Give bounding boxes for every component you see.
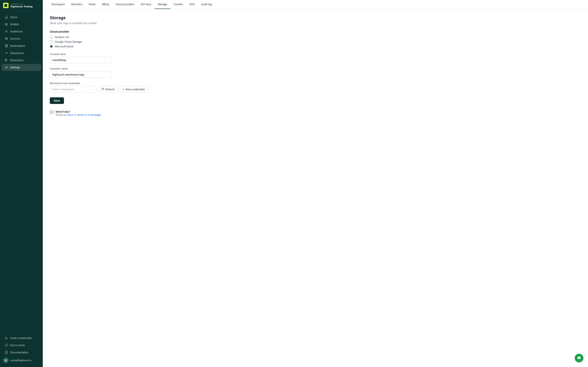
svg-rect-2 [5, 25, 8, 25]
sidebar-item-syncs[interactable]: Syncs [1, 14, 41, 21]
avatar: M [3, 358, 9, 363]
sidebar-item-extensions-label: Extensions [10, 59, 23, 62]
container-name-input[interactable] [50, 71, 112, 78]
help-title: Need help? [56, 110, 101, 113]
extensions-icon [5, 58, 8, 62]
cloud-provider-radio-group: Amazon S3 Google Cloud Storage Microsoft… [50, 35, 581, 48]
chat-button[interactable] [575, 354, 583, 362]
help-icon: 💬 [50, 110, 54, 114]
workspace-logo [3, 3, 9, 8]
main: Workspace Members Roles Billing Cloud pr… [43, 0, 588, 367]
user-email: maria@hightouch.io [10, 359, 31, 362]
sidebar-item-docs[interactable]: Documentation [1, 349, 41, 356]
credentials-select[interactable]: Select credentials... ⌄ [50, 86, 96, 93]
svg-point-13 [6, 337, 7, 338]
tab-audit-log[interactable]: Audit log [198, 0, 215, 9]
container-name-group: Container name [50, 67, 581, 78]
help-text-before: Read our [56, 113, 68, 116]
new-credentials-label: New credentials [125, 88, 145, 91]
tab-members[interactable]: Members [68, 0, 85, 9]
chevron-down-icon: ⌄ [92, 88, 94, 91]
sidebar-item-destinations-label: Destinations [10, 44, 25, 47]
svg-rect-9 [7, 46, 8, 47]
sidebar-item-models-label: Models [10, 23, 19, 26]
tab-api-keys[interactable]: API keys [137, 0, 154, 9]
svg-point-5 [5, 38, 7, 38]
sidebar-item-invite[interactable]: Invite a teammate [1, 334, 41, 342]
models-icon [5, 23, 8, 26]
tab-tunnels[interactable]: Tunnels [170, 0, 186, 9]
radio-input-microsoft-azure[interactable] [50, 45, 53, 48]
tab-workspace[interactable]: Workspace [48, 0, 68, 9]
tab-storage[interactable]: Storage [154, 0, 170, 9]
svg-rect-7 [7, 44, 8, 46]
help-subtitle: Read our docs or send us a message [56, 113, 101, 116]
sidebar-item-sources-label: Sources [10, 37, 20, 40]
radio-google-cloud-storage[interactable]: Google Cloud Storage [50, 40, 581, 43]
syncs-icon [5, 15, 8, 19]
cloud-provider-label: Cloud provider [50, 30, 581, 33]
sidebar-item-sequences-label: Sequences [10, 51, 24, 55]
workspace-header[interactable]: WORKSPACE Hightouch Testing ⌄ [0, 0, 43, 11]
credentials-row: Select credentials... ⌄ Refresh + New cr… [50, 86, 581, 93]
container-name-label: Container name [50, 67, 581, 70]
radio-input-google-cloud[interactable] [50, 40, 53, 43]
sidebar-item-settings-label: Settings [10, 66, 20, 69]
sidebar-item-settings[interactable]: Settings [1, 64, 41, 71]
sidebar-invite-label: Invite a teammate [10, 336, 32, 340]
destinations-icon [5, 44, 8, 48]
sidebar-item-audiences[interactable]: Audiences [1, 28, 41, 35]
svg-rect-1 [5, 24, 8, 25]
sequences-icon [5, 51, 8, 55]
sidebar-bottom: Invite a teammate Get in touch Documenta… [0, 333, 43, 367]
tab-roles[interactable]: Roles [85, 0, 99, 9]
invite-icon [5, 336, 8, 340]
svg-rect-0 [5, 23, 8, 24]
radio-amazon-s3[interactable]: Amazon S3 [50, 35, 581, 39]
refresh-icon [101, 88, 104, 91]
sidebar-docs-label: Documentation [10, 351, 28, 354]
message-link[interactable]: send us a message [77, 113, 101, 116]
page-subtitle: Store sync logs in a bucket you control. [50, 22, 581, 25]
new-credentials-button[interactable]: + New credentials [119, 86, 148, 93]
account-name-input[interactable] [50, 57, 112, 63]
svg-rect-11 [5, 60, 6, 61]
sidebar-item-extensions[interactable]: Extensions [1, 57, 41, 64]
sources-icon [5, 37, 8, 40]
svg-point-3 [6, 31, 7, 32]
plus-icon: + [122, 88, 124, 91]
svg-point-4 [7, 31, 7, 31]
account-name-group: Account name [50, 53, 581, 63]
sidebar-nav: Syncs Models Audiences Sources Destinati… [0, 11, 43, 333]
credentials-label: Microsoft Azure credentials [50, 82, 581, 85]
sidebar-item-sources[interactable]: Sources [1, 35, 41, 42]
page-content: Storage Store sync logs in a bucket you … [43, 9, 588, 367]
user-row[interactable]: M maria@hightouch.io [0, 356, 43, 365]
save-button[interactable]: Save [50, 97, 64, 104]
svg-rect-6 [5, 44, 6, 46]
help-text-middle: or [73, 113, 77, 116]
audiences-icon [5, 30, 8, 33]
svg-rect-8 [5, 46, 6, 47]
tab-sso[interactable]: SSO [186, 0, 198, 9]
docs-link[interactable]: docs [68, 113, 73, 116]
radio-microsoft-azure[interactable]: Microsoft Azure [50, 45, 581, 48]
sidebar-item-destinations[interactable]: Destinations [1, 42, 41, 49]
sidebar-item-syncs-label: Syncs [10, 16, 17, 19]
sidebar-item-models[interactable]: Models [1, 21, 41, 28]
workspace-info: WORKSPACE Hightouch Testing [10, 3, 36, 8]
refresh-button[interactable]: Refresh [98, 86, 118, 93]
account-name-label: Account name [50, 53, 581, 56]
svg-rect-10 [5, 59, 6, 60]
sidebar-item-audiences-label: Audiences [10, 30, 23, 33]
svg-point-12 [6, 67, 7, 68]
radio-label-microsoft-azure: Microsoft Azure [55, 45, 74, 48]
radio-input-amazon-s3[interactable] [50, 35, 53, 39]
tab-cloud-providers[interactable]: Cloud providers [112, 0, 137, 9]
sidebar-item-sequences[interactable]: Sequences [1, 50, 41, 57]
help-section: 💬 Need help? Read our docs or send us a … [50, 110, 581, 116]
sidebar-item-getintouch[interactable]: Get in touch [1, 342, 41, 349]
tab-billing[interactable]: Billing [99, 0, 112, 9]
page-title: Storage [50, 15, 581, 20]
help-title-strong: Need help? [56, 110, 70, 113]
